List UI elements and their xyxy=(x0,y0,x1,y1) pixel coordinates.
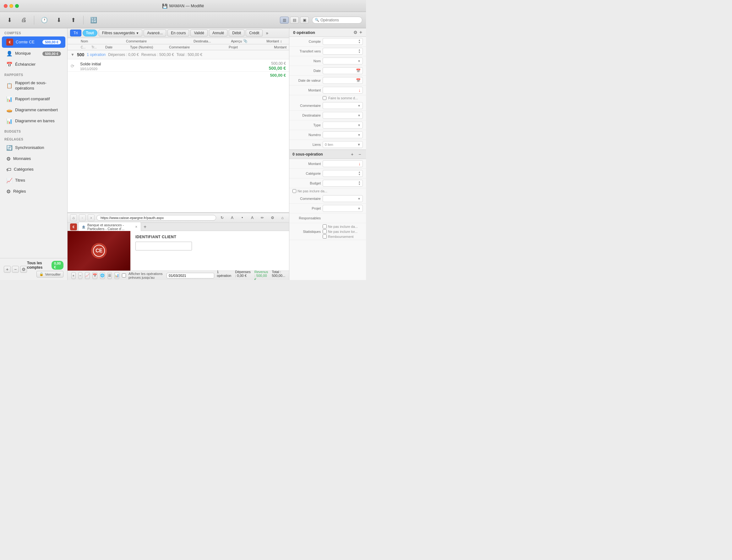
status-date-input[interactable] xyxy=(167,273,214,278)
status-calendar-button[interactable]: 📅 xyxy=(92,272,97,279)
close-button[interactable] xyxy=(4,4,8,8)
sidebar-item-diagramme-camembert[interactable]: 🥧 Diagramme camembert xyxy=(2,105,65,115)
status-add-button[interactable]: + xyxy=(71,272,76,279)
compte-input[interactable]: ▲▼ xyxy=(323,38,363,45)
browser-tab[interactable]: 🏦 Banque et assurances - Particuliers - … xyxy=(78,222,141,232)
browser-form-area: IDENTIFIANT CLIENT xyxy=(130,231,289,271)
sidebar-item-regles[interactable]: ⚙ Règles xyxy=(2,186,65,197)
credit-button[interactable]: Crédit xyxy=(246,30,263,36)
sidebar-item-monnaies[interactable]: ⚙ Monnaies xyxy=(2,154,65,164)
sidebar-item-rapport-comparatif[interactable]: 📊 Rapport comparatif xyxy=(2,94,65,104)
responsables-input[interactable] xyxy=(323,215,363,222)
projet-input[interactable]: ▼ xyxy=(323,205,363,212)
calculator-button[interactable]: 🔢 xyxy=(88,14,99,26)
nom-input[interactable]: ▼ xyxy=(323,58,363,64)
history-button[interactable]: 🕐 xyxy=(39,14,50,26)
montant-input[interactable]: ↓ xyxy=(323,87,363,94)
sous-montant-input[interactable]: ↓ xyxy=(323,160,363,167)
sous-operation-remove-button[interactable]: − xyxy=(357,151,363,157)
browser-forward-button[interactable]: › xyxy=(88,214,95,221)
sous-commentaire-field: Commentaire ▼ xyxy=(289,194,366,204)
type-input[interactable]: ▼ xyxy=(323,122,363,129)
transfert-label: Transfert vers xyxy=(293,49,321,53)
sous-operation-add-button[interactable]: + xyxy=(349,151,355,157)
sidebar-add-button[interactable]: + xyxy=(4,266,11,273)
ne-pas-inclure-lor-checkbox[interactable] xyxy=(323,229,327,233)
tab-favicon-icon: 🏦 xyxy=(82,225,85,229)
group-header-500[interactable]: ▼ 500 1 opération Dépenses : 0,00 € Reve… xyxy=(68,50,289,59)
remboursement-checkbox[interactable] xyxy=(323,234,327,239)
sous-commentaire-input[interactable]: ▼ xyxy=(323,195,363,202)
tri-button[interactable]: Tri xyxy=(70,30,81,36)
ne-pas-inclure-da-checkbox[interactable] xyxy=(293,189,296,193)
debit-button[interactable]: Débit xyxy=(229,30,245,36)
sidebar-item-titres[interactable]: 📈 Titres xyxy=(2,175,65,186)
sidebar-item-rapport-sous-ops[interactable]: 📋 Rapport de sous-opérations xyxy=(2,78,65,93)
date-input[interactable]: 📅 xyxy=(323,67,363,74)
browser-toolbar: ⌂ ‹ › ↻ A • A ✏ ⚙ ⌂ xyxy=(68,213,289,223)
transfert-input[interactable]: ▲▼ xyxy=(323,48,363,55)
search-input[interactable] xyxy=(321,18,358,22)
annule-button[interactable]: Annulé xyxy=(209,30,228,36)
window-compact-button[interactable]: ▥ xyxy=(280,17,289,24)
sidebar-item-monique[interactable]: 👤 Monique 500,00 € xyxy=(2,48,65,59)
faire-somme-checkbox[interactable] xyxy=(323,96,327,100)
browser-tab-close-button[interactable]: × xyxy=(135,225,138,229)
more-filters-button[interactable]: » xyxy=(264,30,270,36)
date-valeur-calendar-icon: 📅 xyxy=(356,78,361,83)
en-cours-button[interactable]: En cours xyxy=(168,30,189,36)
commentaire-input[interactable]: ▼ xyxy=(323,102,363,109)
valide-button[interactable]: Validé xyxy=(190,30,207,36)
status-list-button[interactable]: ☰ xyxy=(107,272,112,279)
type-chevron-icon: ▼ xyxy=(358,124,361,127)
sidebar-item-synchronisation[interactable]: 🔄 Synchronisation xyxy=(2,143,65,153)
sidebar-item-categories[interactable]: 🏷 Catégories xyxy=(2,165,65,175)
upload-button[interactable]: ⬆ xyxy=(68,14,79,26)
browser-home-button[interactable]: ⌂ xyxy=(70,214,77,221)
browser-add-tab-button[interactable]: + xyxy=(142,224,148,230)
window-full-button[interactable]: ▣ xyxy=(300,17,309,24)
categorie-input[interactable]: ▲▼ xyxy=(323,170,363,177)
sidebar-gear-button[interactable]: ⚙ xyxy=(20,266,27,273)
print-button[interactable]: 🖨 xyxy=(18,14,30,26)
compte-ce-badge: 500,00 € xyxy=(42,40,61,44)
separator-2 xyxy=(83,16,84,25)
browser-url-input[interactable] xyxy=(96,215,216,221)
zoom-button[interactable] xyxy=(15,4,19,8)
status-globe-button[interactable]: 🌐 xyxy=(100,272,105,279)
tx-amount-green: 500,00 € xyxy=(269,66,286,71)
sidebar-item-comte-ce[interactable]: € Comte CE 500,00 € xyxy=(2,36,65,48)
numero-input[interactable]: ▼ xyxy=(323,131,363,138)
minimize-button[interactable] xyxy=(9,4,13,8)
search-box[interactable]: 🔍 xyxy=(312,17,362,24)
status-remove-button[interactable]: − xyxy=(78,272,83,279)
browser-small-a-button[interactable]: A xyxy=(228,214,236,221)
browser-client-id-input[interactable] xyxy=(135,242,192,250)
filtres-button[interactable]: Filtres sauvegardés ▼ xyxy=(99,30,143,36)
montant-label: Montant xyxy=(293,88,321,92)
tout-button[interactable]: Tout xyxy=(83,30,97,36)
import-button[interactable]: ⬇ xyxy=(4,14,15,26)
browser-edit-button[interactable]: ✏ xyxy=(258,214,267,221)
browser-back-button[interactable]: ‹ xyxy=(79,214,86,221)
table-row[interactable]: ⟳ Solde initial 10/11/2020 500,00 € 500,… xyxy=(68,59,289,72)
avance-button[interactable]: Avancé... xyxy=(144,30,166,36)
download-button[interactable]: ⬇ xyxy=(53,14,64,26)
browser-big-a-button[interactable]: A xyxy=(248,214,256,221)
destinataire-input[interactable]: ▼ xyxy=(323,112,363,119)
browser-settings-button[interactable]: ⚙ xyxy=(268,214,277,221)
budget-input[interactable]: ▲▼ xyxy=(323,180,363,187)
window-medium-button[interactable]: ▤ xyxy=(290,17,299,24)
lock-button[interactable]: 🔒 Verrouiller xyxy=(36,271,63,277)
status-chart-button[interactable]: 📈 xyxy=(85,272,90,279)
browser-refresh-button[interactable]: ↻ xyxy=(218,214,226,221)
ne-pas-inclure-da2-checkbox[interactable] xyxy=(323,224,327,228)
sidebar-item-diagramme-barres[interactable]: 📊 Diagramme en barres xyxy=(2,116,65,126)
browser-home2-button[interactable]: ⌂ xyxy=(278,214,287,221)
status-bar-chart-button[interactable]: 📊 xyxy=(114,272,119,279)
date-valeur-input[interactable]: 📅 xyxy=(323,77,363,84)
status-prevues-checkbox[interactable] xyxy=(122,273,126,277)
sidebar-remove-button[interactable]: − xyxy=(12,266,19,273)
liens-input[interactable]: 0 lien ▼ xyxy=(323,141,363,148)
sidebar-item-echeancier[interactable]: 📅 Échéancier xyxy=(2,59,65,70)
